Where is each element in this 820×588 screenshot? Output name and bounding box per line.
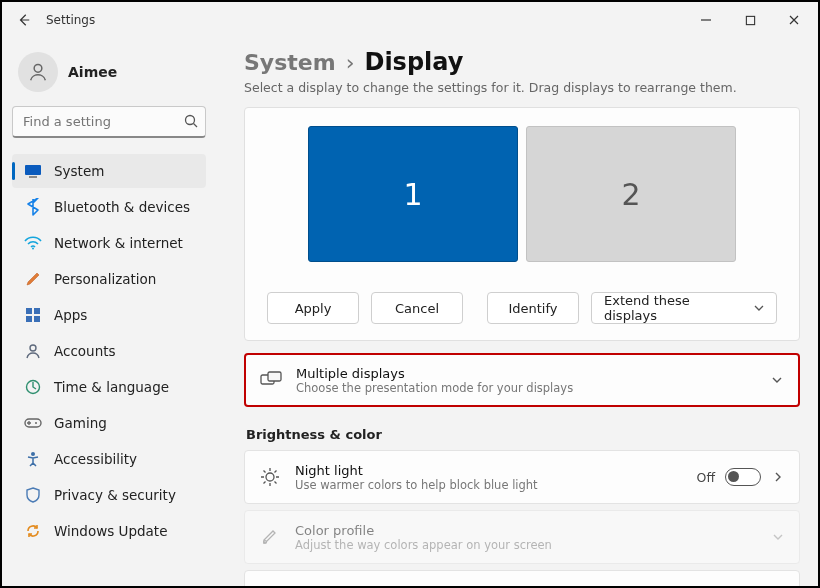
maximize-icon (745, 15, 756, 26)
sidebar-item-personalization[interactable]: Personalization (12, 262, 206, 296)
card-text: Multiple displays Choose the presentatio… (296, 366, 756, 395)
update-icon (24, 522, 42, 540)
sidebar-item-bluetooth[interactable]: Bluetooth & devices (12, 190, 206, 224)
svg-rect-16 (268, 372, 281, 381)
page-hint: Select a display to change the settings … (244, 80, 800, 95)
search-input[interactable] (12, 106, 206, 138)
wifi-icon (24, 234, 42, 252)
svg-rect-7 (34, 308, 40, 314)
color-profile-icon (259, 528, 281, 546)
svg-point-1 (34, 64, 42, 72)
svg-point-5 (32, 248, 34, 250)
chevron-down-icon (771, 531, 785, 543)
display-arrange-panel: 1 2 Apply Cancel Identify Extend these d… (244, 107, 800, 341)
title-bar: Settings (2, 2, 818, 38)
sidebar-item-apps[interactable]: Apps (12, 298, 206, 332)
sidebar-item-system[interactable]: System (12, 154, 206, 188)
search-box[interactable] (12, 106, 206, 138)
maximize-button[interactable] (728, 5, 772, 35)
card-text: HDR More about HDR (303, 584, 757, 587)
card-subtitle: Choose the presentation mode for your di… (296, 381, 756, 395)
close-button[interactable] (772, 5, 816, 35)
breadcrumb-parent[interactable]: System (244, 50, 336, 75)
night-light-row[interactable]: Night light Use warmer colors to help bl… (244, 450, 800, 504)
night-light-icon (259, 467, 281, 487)
minimize-button[interactable] (684, 5, 728, 35)
identify-button[interactable]: Identify (487, 292, 579, 324)
sidebar-item-update[interactable]: Windows Update (12, 514, 206, 548)
shield-icon (24, 486, 42, 504)
sidebar-item-privacy[interactable]: Privacy & security (12, 478, 206, 512)
card-title: Color profile (295, 523, 757, 538)
user-name: Aimee (68, 64, 117, 80)
search-icon (183, 113, 199, 129)
person-icon (27, 61, 49, 83)
back-button[interactable] (12, 8, 36, 32)
card-subtitle: Adjust the way colors appear on your scr… (295, 538, 757, 552)
chevron-down-icon (754, 303, 764, 313)
svg-rect-4 (29, 176, 37, 178)
arrow-left-icon (17, 13, 31, 27)
bluetooth-icon (24, 198, 42, 216)
sidebar-item-label: Personalization (54, 271, 156, 287)
globe-clock-icon (24, 378, 42, 396)
dropdown-value: Extend these displays (604, 293, 746, 323)
color-profile-row: Color profile Adjust the way colors appe… (244, 510, 800, 564)
sidebar-item-label: System (54, 163, 104, 179)
sidebar-item-label: Time & language (54, 379, 169, 395)
sidebar: Aimee System Bluetooth & devices Network… (2, 38, 216, 586)
breadcrumb: System › Display (244, 48, 800, 76)
sidebar-item-label: Bluetooth & devices (54, 199, 190, 215)
card-right: Off (697, 468, 785, 486)
multiple-displays-expander[interactable]: Multiple displays Choose the presentatio… (244, 353, 800, 407)
svg-rect-0 (746, 16, 754, 24)
system-icon (24, 162, 42, 180)
paintbrush-icon (24, 270, 42, 288)
toggle-state: Off (697, 470, 715, 485)
chevron-right-icon[interactable] (771, 471, 785, 483)
accounts-icon (24, 342, 42, 360)
apps-icon (24, 306, 42, 324)
multiple-displays-icon (260, 371, 282, 389)
card-title: HDR (303, 584, 757, 587)
close-icon (788, 14, 800, 26)
profile[interactable]: Aimee (12, 48, 206, 106)
svg-point-13 (35, 422, 37, 424)
main-content: System › Display Select a display to cha… (216, 38, 818, 586)
svg-rect-8 (26, 316, 32, 322)
sidebar-item-label: Privacy & security (54, 487, 176, 503)
sidebar-item-gaming[interactable]: Gaming (12, 406, 206, 440)
sidebar-item-network[interactable]: Network & internet (12, 226, 206, 260)
sidebar-item-label: Accessibility (54, 451, 137, 467)
sidebar-item-accounts[interactable]: Accounts (12, 334, 206, 368)
chevron-down-icon (770, 374, 784, 386)
minimize-icon (700, 14, 712, 26)
svg-rect-9 (34, 316, 40, 322)
avatar (18, 52, 58, 92)
cancel-button[interactable]: Cancel (371, 292, 463, 324)
sidebar-item-label: Network & internet (54, 235, 183, 251)
gaming-icon (24, 414, 42, 432)
projection-mode-dropdown[interactable]: Extend these displays (591, 292, 777, 324)
monitors-area[interactable]: 1 2 (267, 126, 777, 262)
svg-rect-3 (25, 165, 41, 175)
monitor-1[interactable]: 1 (308, 126, 518, 262)
night-light-toggle[interactable] (725, 468, 761, 486)
sidebar-item-time[interactable]: Time & language (12, 370, 206, 404)
hdr-row[interactable]: HDR HDR More about HDR (244, 570, 800, 586)
accessibility-icon (24, 450, 42, 468)
sidebar-item-label: Accounts (54, 343, 116, 359)
monitor-2[interactable]: 2 (526, 126, 736, 262)
card-title: Multiple displays (296, 366, 756, 381)
apply-button[interactable]: Apply (267, 292, 359, 324)
sidebar-item-label: Gaming (54, 415, 107, 431)
sidebar-item-label: Windows Update (54, 523, 167, 539)
svg-point-14 (31, 452, 35, 456)
page-title: Display (364, 48, 463, 76)
sidebar-item-accessibility[interactable]: Accessibility (12, 442, 206, 476)
card-title: Night light (295, 463, 683, 478)
sidebar-item-label: Apps (54, 307, 87, 323)
svg-point-17 (266, 473, 274, 481)
section-brightness-color: Brightness & color (246, 427, 800, 442)
window-title: Settings (46, 13, 684, 27)
